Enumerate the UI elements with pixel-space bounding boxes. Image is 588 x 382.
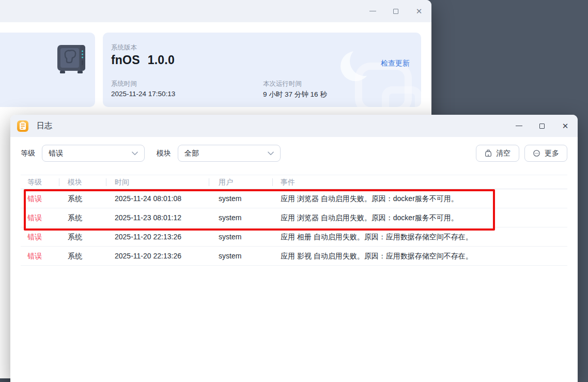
os-name: fnOS xyxy=(111,53,140,67)
check-update-link[interactable]: 检查更新 xyxy=(381,59,410,68)
cell-event: 应用 相册 自动启用失败。原因：应用数据存储空间不存在。 xyxy=(273,227,567,246)
cell-level: 错误 xyxy=(21,189,59,208)
column-header-level: 等级 xyxy=(21,175,59,189)
os-version: 1.0.0 xyxy=(148,53,175,67)
log-window-titlebar[interactable]: 日志 ✕ xyxy=(10,115,578,137)
close-icon[interactable]: ✕ xyxy=(415,7,423,16)
log-table: 等级 模块 时间 用户 事件 错误 系统 2025-11-24 08:01:08… xyxy=(21,175,567,266)
cell-module: 系统 xyxy=(59,189,106,208)
log-window-title: 日志 xyxy=(37,121,52,131)
more-button-label: 更多 xyxy=(545,149,559,158)
system-window-titlebar[interactable]: ✕ xyxy=(0,0,431,22)
level-filter-value: 错误 xyxy=(49,149,63,158)
column-header-user: 用户 xyxy=(209,175,273,189)
device-card xyxy=(0,33,95,107)
system-time-label: 系统时间 xyxy=(111,80,137,88)
cell-time: 2025-11-24 08:01:08 xyxy=(106,189,209,208)
cell-time: 2025-11-20 22:13:26 xyxy=(106,227,209,246)
cell-user: system xyxy=(209,247,273,265)
cell-module: 系统 xyxy=(59,227,106,246)
table-row[interactable]: 错误 系统 2025-11-20 22:13:26 system 应用 相册 自… xyxy=(21,227,567,247)
module-filter-label: 模块 xyxy=(157,149,171,158)
table-row[interactable]: 错误 系统 2025-11-20 22:13:26 system 应用 影视 自… xyxy=(21,247,567,266)
version-label: 系统版本 xyxy=(111,43,137,52)
log-filter-toolbar: 等级 错误 模块 全部 清空 xyxy=(21,145,567,162)
cell-time: 2025-11-23 08:01:12 xyxy=(106,208,209,227)
cell-level: 错误 xyxy=(21,227,59,246)
chevron-down-icon xyxy=(132,151,138,156)
log-table-header: 等级 模块 时间 用户 事件 xyxy=(21,175,567,189)
cell-event: 应用 影视 自动启用失败。原因：应用数据存储空间不存在。 xyxy=(273,247,567,265)
close-icon[interactable]: ✕ xyxy=(561,122,569,130)
uptime-value: 9 小时 37 分钟 16 秒 xyxy=(263,90,327,99)
module-filter-value: 全部 xyxy=(184,149,199,158)
os-version-title: fnOS1.0.0 xyxy=(111,53,175,67)
maximize-icon[interactable] xyxy=(392,7,400,16)
uptime-label: 本次运行时间 xyxy=(263,80,302,88)
minimize-icon[interactable] xyxy=(515,122,523,130)
level-filter-dropdown[interactable]: 错误 xyxy=(42,145,145,162)
column-header-module: 模块 xyxy=(59,175,106,189)
column-header-event: 事件 xyxy=(273,175,567,189)
bull-watermark xyxy=(382,86,421,107)
more-actions-button[interactable]: 更多 xyxy=(524,145,567,162)
cell-module: 系统 xyxy=(59,247,106,265)
cell-level: 错误 xyxy=(21,208,59,227)
cell-event: 应用 浏览器 自动启用失败。原因：docker服务不可用。 xyxy=(273,208,567,227)
cell-module: 系统 xyxy=(59,208,106,227)
cell-user: system xyxy=(209,227,273,246)
clear-logs-button[interactable]: 清空 xyxy=(476,145,519,162)
cell-user: system xyxy=(209,189,273,208)
nas-device-icon xyxy=(57,44,87,75)
log-window: 日志 ✕ 等级 错误 模块 全部 清空 xyxy=(10,115,578,382)
cell-user: system xyxy=(209,208,273,227)
ellipsis-circle-icon xyxy=(533,149,540,157)
system-version-card: 系统版本 fnOS1.0.0 检查更新 系统时间 2025-11-24 17:5… xyxy=(103,33,421,107)
log-app-icon xyxy=(17,120,28,132)
system-time-value: 2025-11-24 17:50:13 xyxy=(111,90,175,98)
table-row[interactable]: 错误 系统 2025-11-23 08:01:12 system 应用 浏览器 … xyxy=(21,208,567,227)
level-filter-label: 等级 xyxy=(21,149,35,158)
cell-time: 2025-11-20 22:13:26 xyxy=(106,247,209,265)
cell-level: 错误 xyxy=(21,247,59,265)
chevron-down-icon xyxy=(268,151,274,156)
cell-event: 应用 浏览器 自动启用失败。原因：docker服务不可用。 xyxy=(273,189,567,208)
maximize-icon[interactable] xyxy=(538,122,546,130)
column-header-time: 时间 xyxy=(106,175,209,189)
minimize-icon[interactable] xyxy=(368,7,377,16)
clear-button-label: 清空 xyxy=(496,149,510,158)
module-filter-dropdown[interactable]: 全部 xyxy=(178,145,281,162)
table-row[interactable]: 错误 系统 2025-11-24 08:01:08 system 应用 浏览器 … xyxy=(21,189,567,208)
brush-icon xyxy=(485,149,492,157)
